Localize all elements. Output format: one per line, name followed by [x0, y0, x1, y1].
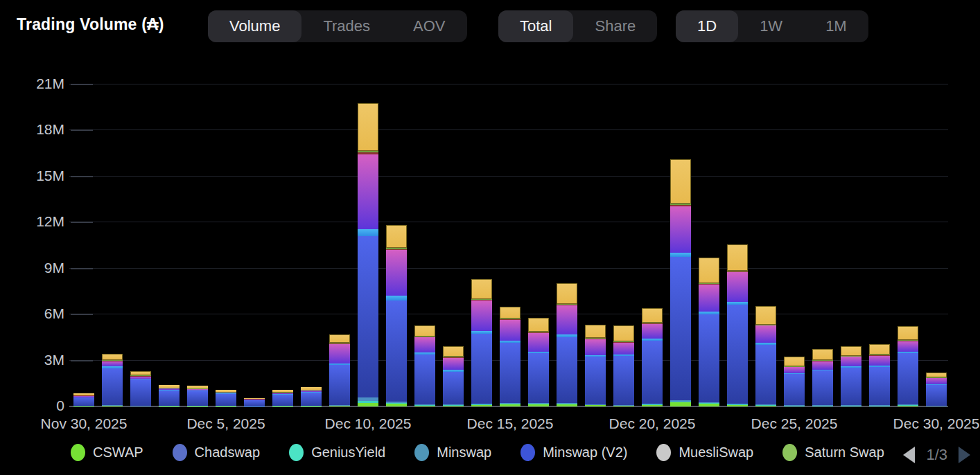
- bar-segment-minswap-steel[interactable]: [585, 404, 606, 405]
- bar-segment-geniusyield-teal[interactable]: [727, 404, 748, 405]
- bar-segment-olive-line[interactable]: [699, 283, 719, 284]
- bar-segment-maroon-line[interactable]: [528, 332, 549, 333]
- bar-segment-azure-band[interactable]: [585, 355, 606, 357]
- bar-segment-purple-pink[interactable]: [500, 320, 520, 341]
- bar-segment-azure-band[interactable]: [670, 253, 691, 257]
- bar-segment-purple-pink[interactable]: [244, 399, 265, 400]
- bar-segment-azure-band[interactable]: [926, 384, 947, 385]
- bar-segment-azure-band[interactable]: [187, 391, 208, 391]
- bar-segment-purple-pink[interactable]: [755, 325, 776, 343]
- bar-segment-olive-line[interactable]: [358, 151, 378, 153]
- bar-segment-olive-line[interactable]: [613, 341, 634, 342]
- bar-segment-purple-pink[interactable]: [216, 392, 236, 393]
- bar-segment-minswap-v2-blue[interactable]: [130, 380, 151, 406]
- bar-segment-olive-line[interactable]: [727, 271, 748, 271]
- bar-segment-olive-line[interactable]: [471, 299, 492, 300]
- bar-segment-purple-pink[interactable]: [812, 361, 833, 370]
- bar-segment-gold-top[interactable]: [926, 373, 947, 377]
- bar-segment-azure-band[interactable]: [755, 343, 776, 344]
- bar-segment-purple-pink[interactable]: [841, 357, 861, 366]
- bar-segment-minswap-v2-blue[interactable]: [784, 374, 805, 405]
- legend-item-cswap[interactable]: CSWAP: [71, 444, 143, 461]
- bar-segment-minswap-v2-blue[interactable]: [386, 301, 407, 402]
- bar-segment-geniusyield-teal[interactable]: [500, 404, 520, 404]
- bar-segment-gold-top[interactable]: [130, 371, 151, 375]
- legend-item-muesliswap[interactable]: MuesliSwap: [656, 444, 753, 461]
- bar-segment-azure-band[interactable]: [414, 352, 435, 355]
- legend-prev-arrow-icon[interactable]: [903, 447, 915, 463]
- bar-segment-cswap-lime[interactable]: [557, 404, 577, 406]
- bar-segment-gold-top[interactable]: [216, 390, 236, 392]
- bar-segment-cswap-lime[interactable]: [585, 405, 606, 406]
- bar-segment-maroon-line[interactable]: [102, 361, 123, 361]
- bar-segment-azure-band[interactable]: [73, 397, 94, 398]
- bar-segment-minswap-steel[interactable]: [699, 402, 719, 403]
- bar-segment-maroon-line[interactable]: [613, 342, 634, 343]
- bar-segment-cswap-lime[interactable]: [329, 406, 350, 406]
- bar-segment-cswap-lime[interactable]: [869, 406, 890, 406]
- bar-segment-purple-pink[interactable]: [272, 393, 293, 394]
- bar-segment-gold-top[interactable]: [727, 244, 748, 271]
- bar-segment-minswap-v2-blue[interactable]: [898, 353, 918, 404]
- bar-segment-gold-top[interactable]: [812, 349, 833, 360]
- bar-segment-purple-pink[interactable]: [528, 333, 549, 352]
- bar-segment-minswap-v2-blue[interactable]: [102, 368, 123, 405]
- bar-segment-cswap-lime[interactable]: [528, 404, 549, 406]
- bar-segment-gold-top[interactable]: [670, 159, 691, 204]
- metric-tab-trades[interactable]: Trades: [301, 10, 392, 42]
- bar-segment-gold-top[interactable]: [528, 318, 549, 332]
- bar-segment-olive-line[interactable]: [414, 337, 435, 337]
- bar-segment-cswap-lime[interactable]: [727, 404, 748, 406]
- bar-segment-gold-top[interactable]: [329, 334, 350, 343]
- bar-segment-olive-line[interactable]: [642, 323, 663, 323]
- bar-segment-minswap-v2-blue[interactable]: [500, 343, 520, 403]
- bar-segment-minswap-steel[interactable]: [386, 402, 407, 403]
- bar-segment-purple-pink[interactable]: [784, 367, 805, 373]
- legend-item-minswap[interactable]: Minswap: [414, 444, 491, 461]
- bar-segment-minswap-v2-blue[interactable]: [358, 236, 378, 397]
- bar-segment-gold-top[interactable]: [613, 325, 634, 341]
- bar-segment-minswap-v2-blue[interactable]: [414, 355, 435, 404]
- bar-segment-minswap-v2-blue[interactable]: [841, 368, 861, 405]
- bar-segment-purple-pink[interactable]: [727, 272, 748, 302]
- bar-segment-gold-top[interactable]: [642, 308, 663, 323]
- bar-segment-olive-line[interactable]: [670, 204, 691, 205]
- bar-segment-maroon-line[interactable]: [414, 337, 435, 337]
- bar-segment-minswap-v2-blue[interactable]: [869, 367, 890, 405]
- bar-segment-maroon-line[interactable]: [329, 343, 350, 344]
- bar-segment-olive-line[interactable]: [500, 319, 520, 319]
- bar-segment-olive-line[interactable]: [898, 340, 918, 341]
- bar-segment-cswap-lime[interactable]: [841, 406, 861, 406]
- bar-segment-olive-line[interactable]: [557, 304, 577, 305]
- bar-segment-minswap-v2-blue[interactable]: [301, 393, 322, 406]
- bar-segment-cswap-lime[interactable]: [613, 406, 634, 406]
- bar-segment-azure-band[interactable]: [500, 341, 520, 343]
- bar-segment-azure-band[interactable]: [471, 331, 492, 334]
- bar-segment-geniusyield-teal[interactable]: [557, 404, 577, 404]
- bar-segment-minswap-steel[interactable]: [443, 404, 464, 405]
- bar-segment-purple-pink[interactable]: [869, 355, 890, 366]
- bar-segment-azure-band[interactable]: [841, 366, 861, 368]
- bar-segment-maroon-line[interactable]: [585, 339, 606, 339]
- bar-segment-purple-pink[interactable]: [670, 206, 691, 253]
- bar-segment-purple-pink[interactable]: [642, 323, 663, 339]
- bar-segment-geniusyield-teal[interactable]: [670, 402, 691, 402]
- bar-segment-gold-top[interactable]: [301, 387, 322, 390]
- bar-segment-azure-band[interactable]: [557, 334, 577, 337]
- bar-segment-cswap-lime[interactable]: [102, 406, 123, 406]
- bar-segment-minswap-v2-blue[interactable]: [187, 391, 208, 406]
- bar-segment-purple-pink[interactable]: [73, 395, 94, 397]
- bar-segment-purple-pink[interactable]: [358, 154, 378, 230]
- bar-segment-minswap-v2-blue[interactable]: [642, 341, 663, 404]
- bar-segment-azure-band[interactable]: [613, 355, 634, 356]
- bar-segment-maroon-line[interactable]: [727, 271, 748, 272]
- bar-segment-purple-pink[interactable]: [443, 358, 464, 370]
- bar-segment-purple-pink[interactable]: [926, 377, 947, 384]
- bar-segment-minswap-steel[interactable]: [670, 400, 691, 402]
- bar-segment-olive-line[interactable]: [585, 338, 606, 339]
- bar-segment-gold-top[interactable]: [585, 325, 606, 338]
- bar-segment-purple-pink[interactable]: [329, 343, 350, 364]
- bar-segment-maroon-line[interactable]: [386, 249, 407, 250]
- bar-segment-gold-top[interactable]: [187, 386, 208, 388]
- mode-tab-share[interactable]: Share: [573, 10, 657, 42]
